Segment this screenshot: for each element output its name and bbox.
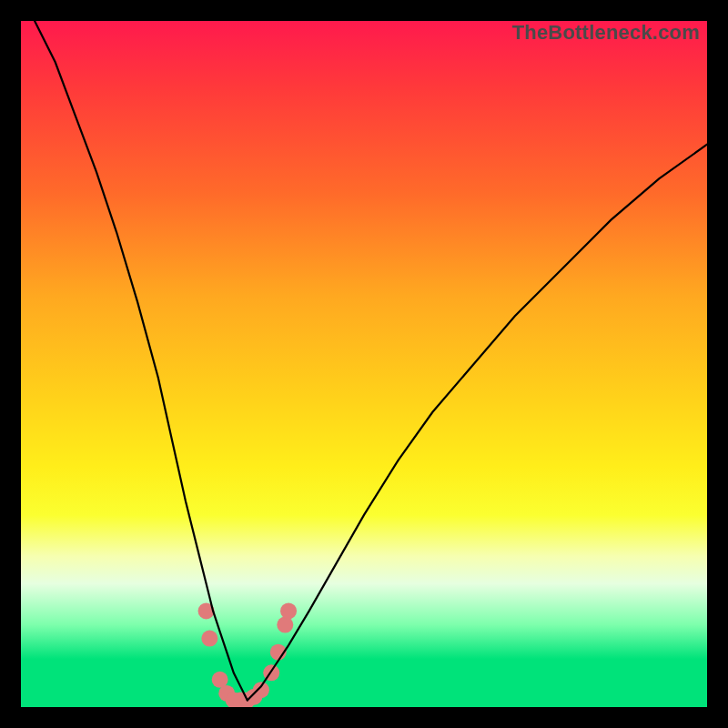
chart-frame: TheBottleneck.com <box>0 0 728 728</box>
marker-point <box>277 617 293 633</box>
plot-area: TheBottleneck.com <box>21 21 707 707</box>
curve-left <box>35 21 248 700</box>
curve-right <box>248 145 707 701</box>
marker-point <box>253 682 269 698</box>
marker-point <box>280 602 297 619</box>
chart-svg <box>21 21 707 707</box>
marker-point <box>201 631 217 647</box>
